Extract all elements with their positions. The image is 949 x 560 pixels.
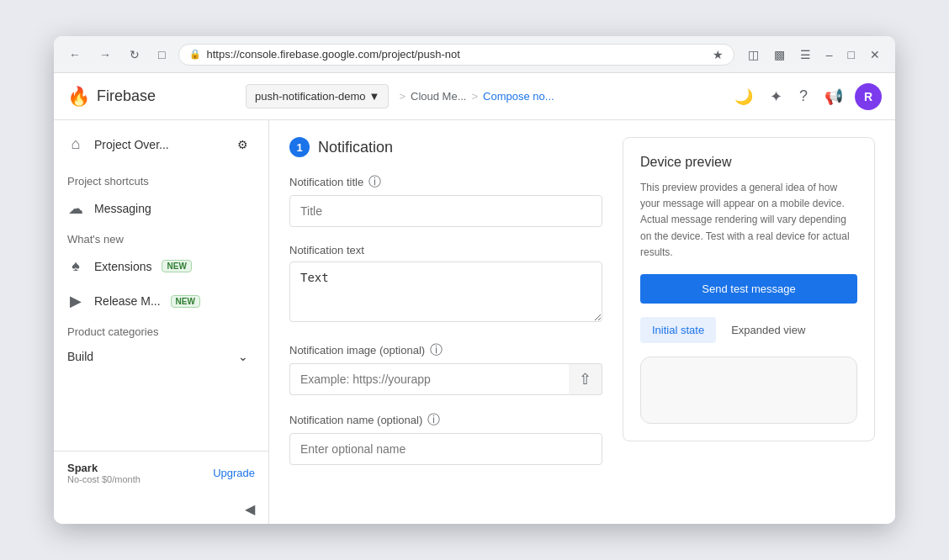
spark-plan-name: Spark xyxy=(67,462,140,474)
bookmark-icon[interactable]: ★ xyxy=(713,48,724,61)
notification-title-label: Notification title ⓘ xyxy=(289,174,602,190)
sidebar-item-release[interactable]: ▶ Release M... NEW xyxy=(54,283,262,319)
notification-text-field: Notification text Text xyxy=(289,244,602,325)
notification-name-input[interactable] xyxy=(289,433,602,465)
breadcrumb: > Cloud Me... > Compose no... xyxy=(399,90,554,103)
main-content: 1 Notification Notification title ⓘ xyxy=(269,120,895,524)
whats-new-label: What's new xyxy=(54,226,268,249)
preview-description: This preview provides a general idea of … xyxy=(640,180,857,261)
preview-card: Device preview This preview provides a g… xyxy=(623,137,875,441)
notification-image-label: Notification image (optional) ⓘ xyxy=(289,342,602,358)
back-button[interactable]: ← xyxy=(64,45,86,65)
notification-image-input[interactable] xyxy=(289,363,569,395)
upload-image-button[interactable]: ⇧ xyxy=(569,363,602,395)
notification-text-label: Notification text xyxy=(289,244,602,256)
notification-title-input[interactable] xyxy=(289,195,602,227)
sidebar-item-project-overview[interactable]: ⌂ Project Over... ⚙ xyxy=(54,127,262,161)
section-header: 1 Notification xyxy=(289,137,602,157)
menu-button[interactable]: ☰ xyxy=(795,45,816,65)
title-help-icon[interactable]: ⓘ xyxy=(368,174,381,190)
preview-device-mockup xyxy=(640,357,857,424)
product-categories-label: Product categories xyxy=(54,319,268,341)
notification-text-input[interactable]: Text xyxy=(289,262,602,322)
firebase-flame-icon: 🔥 xyxy=(67,86,90,108)
sidebar-item-messaging[interactable]: ☁ Messaging xyxy=(54,191,262,226)
firebase-wordmark: Firebase xyxy=(97,87,156,105)
project-selector[interactable]: push-notification-demo ▼ xyxy=(246,84,389,108)
address-bar[interactable]: 🔒 https://console.firebase.google.com/pr… xyxy=(178,44,734,66)
release-icon: ▶ xyxy=(67,292,84,310)
sidebar-top-section: ⌂ Project Over... ⚙ xyxy=(54,120,268,168)
preview-tab-expanded[interactable]: Expanded view xyxy=(719,317,817,343)
preview-title: Device preview xyxy=(640,155,857,170)
preview-tab-initial[interactable]: Initial state xyxy=(640,317,716,343)
minimize-button[interactable]: – xyxy=(821,45,838,65)
address-url: https://console.firebase.google.com/proj… xyxy=(206,48,707,61)
messaging-label: Messaging xyxy=(94,202,151,215)
maximize-button[interactable]: □ xyxy=(843,45,860,65)
avatar[interactable]: R xyxy=(855,83,882,110)
notifications-button[interactable]: 📢 xyxy=(819,82,848,111)
extensions-icon: ♠ xyxy=(67,257,84,275)
sparkle-button[interactable]: ✦ xyxy=(765,82,787,111)
app-layout: ⌂ Project Over... ⚙ Project shortcuts ☁ … xyxy=(54,120,895,524)
project-name: push-notification-demo xyxy=(255,90,366,103)
extensions-new-badge: NEW xyxy=(162,260,191,272)
upgrade-button[interactable]: Upgrade xyxy=(213,467,255,479)
section-title: Notification xyxy=(318,139,393,156)
image-help-icon[interactable]: ⓘ xyxy=(430,342,443,358)
app-bar-actions: 🌙 ✦ ? 📢 R xyxy=(729,82,882,111)
name-help-icon[interactable]: ⓘ xyxy=(427,412,440,428)
new-tab-button[interactable]: □ xyxy=(153,45,170,65)
project-shortcuts-label: Project shortcuts xyxy=(54,168,268,191)
spark-plan-cost: No-cost $0/month xyxy=(67,474,140,484)
release-new-badge: NEW xyxy=(171,295,200,308)
sidebar-item-build[interactable]: Build ⌄ xyxy=(54,341,262,372)
home-icon: ⌂ xyxy=(67,135,84,153)
build-chevron-icon: ⌄ xyxy=(238,350,248,363)
lock-icon: 🔒 xyxy=(189,49,201,60)
extensions-label: Extensions xyxy=(94,260,151,273)
build-label: Build xyxy=(67,350,93,363)
notification-name-field: Notification name (optional) ⓘ xyxy=(289,412,602,465)
sidebar-collapse-section: ◀ xyxy=(54,494,268,524)
spark-plan-info: Spark No-cost $0/month Upgrade xyxy=(67,462,255,484)
image-input-group: ⇧ xyxy=(289,363,602,395)
messaging-icon: ☁ xyxy=(67,199,84,218)
sidebar-item-extensions[interactable]: ♠ Extensions NEW xyxy=(54,249,262,283)
content-area: 1 Notification Notification title ⓘ xyxy=(269,120,895,524)
notification-image-field: Notification image (optional) ⓘ ⇧ xyxy=(289,342,602,395)
release-label: Release M... xyxy=(94,294,161,308)
breadcrumb-separator-1: > xyxy=(399,90,406,103)
section-number: 1 xyxy=(289,137,310,157)
collapse-sidebar-icon[interactable]: ◀ xyxy=(245,501,255,517)
browser-window: ← → ↻ □ 🔒 https://console.firebase.googl… xyxy=(54,36,895,524)
notification-title-field: Notification title ⓘ xyxy=(289,174,602,227)
sidebar: ⌂ Project Over... ⚙ Project shortcuts ☁ … xyxy=(54,120,269,524)
browser-chrome: ← → ↻ □ 🔒 https://console.firebase.googl… xyxy=(54,36,895,73)
device-preview-section: Device preview This preview provides a g… xyxy=(623,137,875,507)
sidebar-footer: Spark No-cost $0/month Upgrade xyxy=(54,451,268,494)
send-test-message-button[interactable]: Send test message xyxy=(640,274,857,304)
notification-name-label: Notification name (optional) ⓘ xyxy=(289,412,602,428)
breadcrumb-compose[interactable]: Compose no... xyxy=(483,90,554,103)
notification-form: 1 Notification Notification title ⓘ xyxy=(289,137,602,507)
project-dropdown-icon: ▼ xyxy=(369,90,380,103)
help-button[interactable]: ? xyxy=(794,82,813,110)
breadcrumb-separator-2: > xyxy=(471,90,478,103)
chart-button[interactable]: ▩ xyxy=(769,45,790,65)
sidebar-item-project-label: Project Over... xyxy=(94,138,169,151)
app-bar: 🔥 Firebase push-notification-demo ▼ > Cl… xyxy=(54,73,895,120)
reload-button[interactable]: ↻ xyxy=(125,45,145,65)
app-logo: 🔥 Firebase xyxy=(67,86,236,108)
forward-button[interactable]: → xyxy=(94,45,116,65)
dark-mode-button[interactable]: 🌙 xyxy=(729,82,758,111)
grid-view-button[interactable]: ​◫ xyxy=(743,45,764,65)
close-button[interactable]: ✕ xyxy=(865,45,885,65)
window-controls: ​◫ ▩ ☰ – □ ✕ xyxy=(743,45,885,65)
settings-icon[interactable]: ⚙ xyxy=(237,138,248,151)
preview-tabs: Initial state Expanded view xyxy=(640,317,857,343)
breadcrumb-cloud-messaging[interactable]: Cloud Me... xyxy=(411,90,466,103)
